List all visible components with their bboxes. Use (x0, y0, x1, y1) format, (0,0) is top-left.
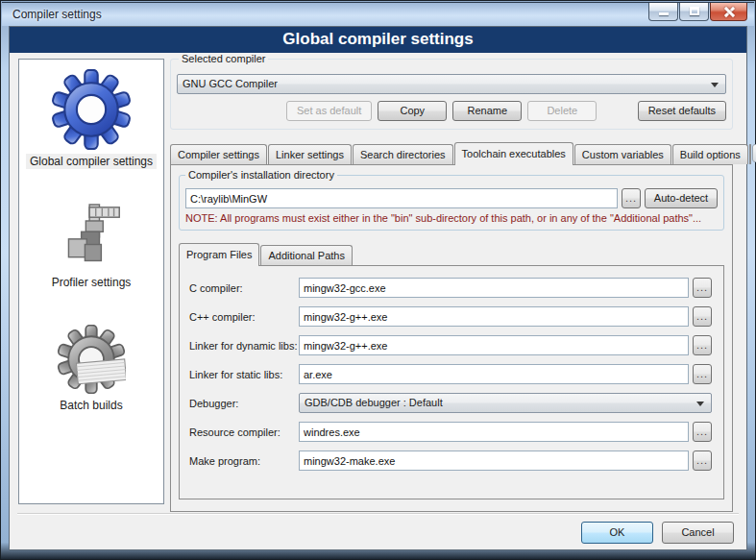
selected-compiler-group: Selected compiler GNU GCC Compiler Set a… (170, 59, 733, 130)
installation-directory-group-label: Compiler's installation directory (185, 169, 337, 181)
settings-category-list: Global compiler settings (18, 59, 164, 504)
resource-compiler-label: Resource compiler: (189, 426, 299, 438)
rename-button[interactable]: Rename (452, 101, 522, 121)
resource-compiler-browse-button[interactable]: ... (693, 422, 712, 442)
reset-defaults-button[interactable]: Reset defaults (638, 101, 726, 121)
field-row-make-program: Make program: ... (189, 450, 712, 471)
sidebar-item-profiler-settings[interactable]: Profiler settings (48, 202, 135, 290)
cpp-compiler-input[interactable] (299, 306, 689, 327)
tab-linker-settings[interactable]: Linker settings (268, 144, 352, 164)
debugger-label: Debugger: (189, 398, 299, 409)
cancel-button[interactable]: Cancel (662, 522, 734, 544)
make-program-label: Make program: (189, 455, 299, 467)
batch-gear-icon (57, 325, 126, 394)
tab-compiler-settings[interactable]: Compiler settings (170, 144, 267, 164)
close-button[interactable] (710, 3, 747, 21)
window-controls (647, 3, 747, 21)
field-row-resource-compiler: Resource compiler: ... (189, 422, 712, 442)
installation-directory-row: ... Auto-detect (185, 188, 718, 208)
set-as-default-button: Set as default (286, 101, 372, 121)
minimize-button[interactable] (648, 3, 678, 21)
installation-directory-browse-button[interactable]: ... (622, 188, 641, 208)
selected-compiler-group-label: Selected compiler (179, 53, 268, 64)
tab-additional-paths[interactable]: Additional Paths (260, 245, 353, 265)
cpp-compiler-label: C++ compiler: (189, 311, 299, 323)
tab-program-files[interactable]: Program Files (179, 243, 259, 266)
sidebar-item-label: Global compiler settings (26, 154, 157, 169)
c-compiler-input[interactable] (299, 278, 689, 298)
static-linker-label: Linker for static libs: (189, 369, 299, 380)
debugger-select[interactable]: GDB/CDB debugger : Default (299, 393, 712, 413)
minimize-icon (659, 12, 669, 15)
settings-tabstrip: Compiler settings Linker settings Search… (170, 141, 733, 164)
debugger-select-value: GDB/CDB debugger : Default (305, 397, 443, 408)
sidebar-item-label: Profiler settings (48, 275, 135, 290)
program-files-panel: C compiler: ... C++ compiler: ... Linker… (179, 265, 724, 499)
maximize-icon (690, 7, 699, 15)
c-compiler-label: C compiler: (189, 282, 299, 294)
tab-custom-variables[interactable]: Custom variables (574, 144, 671, 164)
delete-button: Delete (527, 101, 597, 121)
cpp-compiler-browse-button[interactable]: ... (693, 306, 712, 327)
chevron-down-icon (696, 402, 704, 406)
dynamic-linker-browse-button[interactable]: ... (693, 335, 712, 355)
compiler-select[interactable]: GNU GCC Compiler (177, 74, 726, 94)
program-files-tabstrip: Program Files Additional Paths (179, 243, 724, 265)
installation-note: NOTE: All programs must exist either in … (185, 212, 718, 224)
toolchain-executables-panel: Compiler's installation directory ... Au… (170, 164, 733, 512)
static-linker-browse-button[interactable]: ... (693, 364, 712, 384)
dialog-header-title: Global compiler settings (282, 30, 473, 48)
tab-partial[interactable] (749, 144, 751, 164)
footer-button-row: OK Cancel (581, 522, 734, 544)
window-title: Compiler settings (12, 8, 102, 21)
compiler-settings-window: Compiler settings Global compiler settin… (0, 0, 756, 560)
auto-detect-button[interactable]: Auto-detect (645, 188, 718, 208)
ok-button[interactable]: OK (581, 522, 653, 544)
copy-button[interactable]: Copy (378, 101, 447, 121)
main-panel: Selected compiler GNU GCC Compiler Set a… (170, 59, 733, 512)
static-linker-input[interactable] (299, 364, 689, 384)
dynamic-linker-label: Linker for dynamic libs: (189, 340, 299, 352)
field-row-static-linker: Linker for static libs: ... (189, 364, 712, 384)
titlebar: Compiler settings (2, 2, 754, 26)
sidebar-item-batch-builds[interactable]: Batch builds (56, 325, 126, 413)
tab-build-options[interactable]: Build options (672, 144, 748, 164)
resource-compiler-input[interactable] (299, 422, 689, 442)
c-compiler-browse-button[interactable]: ... (693, 278, 712, 298)
tab-search-directories[interactable]: Search directories (353, 144, 453, 164)
caliper-icon (60, 202, 123, 271)
installation-directory-group: Compiler's installation directory ... Au… (179, 175, 724, 231)
sidebar-item-global-compiler-settings[interactable]: Global compiler settings (26, 69, 157, 169)
installation-directory-input[interactable] (185, 188, 618, 208)
tab-toolchain-executables[interactable]: Toolchain executables (454, 142, 573, 165)
chevron-down-icon (711, 83, 719, 87)
compiler-select-value: GNU GCC Compiler (183, 78, 278, 89)
dialog-header: Global compiler settings (10, 27, 746, 53)
tab-scroll-buttons (752, 144, 756, 162)
gear-icon (51, 69, 132, 150)
close-icon (724, 7, 735, 17)
sidebar-item-label: Batch builds (56, 398, 126, 413)
field-row-dynamic-linker: Linker for dynamic libs: ... (189, 335, 712, 355)
program-files-notebook: Program Files Additional Paths C compile… (179, 243, 724, 499)
compiler-button-row: Set as default Copy Rename Delete Reset … (177, 101, 726, 121)
field-row-debugger: Debugger: GDB/CDB debugger : Default (189, 393, 712, 413)
field-row-c-compiler: C compiler: ... (189, 278, 712, 298)
make-program-input[interactable] (299, 450, 689, 471)
make-program-browse-button[interactable]: ... (693, 450, 712, 471)
dynamic-linker-input[interactable] (299, 335, 689, 355)
dialog-client: Global compiler settings (9, 26, 747, 550)
field-row-cpp-compiler: C++ compiler: ... (189, 306, 712, 327)
maximize-button[interactable] (679, 3, 709, 21)
footer-separator (17, 513, 739, 515)
